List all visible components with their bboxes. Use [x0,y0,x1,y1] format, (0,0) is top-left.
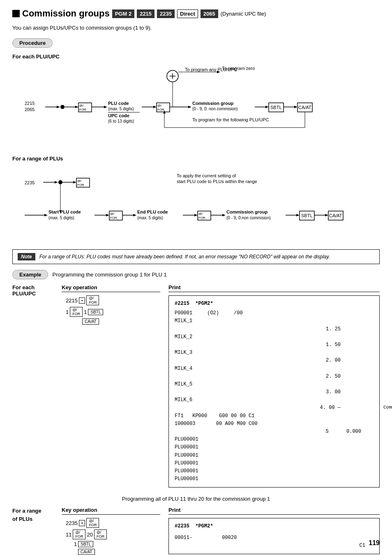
key-op-row-3: CA/AT [66,318,160,325]
key-op-col-1: Key operation 2215 • @/FOR 1 @/FOR 1 SBT… [62,284,160,326]
print-line-milk1: MILK_1 [175,317,374,325]
print-line-milk4: MILK_4 [175,365,374,373]
example-header: Example Programming the commission group… [12,270,380,279]
key-atfor-5: @/FOR [94,529,107,539]
diagram-range-plu: 2235 @/ FOR To apply the current setting… [12,166,380,241]
header-square-icon [12,10,20,17]
print-line-plu2: PLU00001 [175,444,374,451]
print-line-ft1: FT1 KP000 G00 00 00 C1 [175,412,374,420]
svg-marker-74 [194,214,198,216]
diagram-each-plu: To program any PLU/UPC To program zero 2… [12,64,380,147]
svg-text:(0 - 9, 0: non commision): (0 - 9, 0: non commision) [192,107,238,111]
print-line-milk3: MILK_3 [175,349,374,357]
print-line-plu5: PLU00001 [175,467,374,475]
key-atfor-3: @/FOR [86,518,99,528]
svg-text:Commission group: Commission group [192,101,234,106]
note-box: Note For a range of PLUs: PLU codes must… [12,249,380,264]
key-op-row-4: 2235 • @/FOR [66,518,160,528]
for-each-plu-label: For each PLU/UPC [12,284,53,297]
key-op-row-2: 1 @/FOR 1 SBTL [66,307,160,317]
col-label-1: For each PLU/UPC [12,284,53,297]
procedure-label: Procedure [12,38,53,48]
svg-text:PLU code: PLU code [108,101,129,106]
section2-text: Programming all of PLU 11 thru 20 for th… [12,496,380,502]
example-badge: Example [12,270,48,279]
svg-text:FOR: FOR [77,183,84,187]
key-caat-1: CA/AT [82,318,99,325]
print-line-4-00: 4. 00 — Commission [175,404,374,412]
key-11-label: 11 [66,532,71,538]
key-op-col-2: Key operation 2235 • @/FOR 11 @/FOR 20 @… [62,507,160,555]
svg-text:@/: @/ [77,179,82,183]
print-line-c1: C1 [175,542,374,550]
svg-text:@/: @/ [198,212,203,216]
svg-marker-30 [188,106,191,108]
key-1b-label: 1 [84,309,87,315]
svg-text:2235: 2235 [25,180,35,185]
for-each-plu-title: For each PLU/UPC [12,53,380,60]
svg-text:CA/AT: CA/AT [329,213,342,218]
svg-marker-79 [222,214,226,216]
page-title: Commission groups [22,8,110,19]
key-2215-label: 2215 [66,297,78,304]
svg-point-11 [60,105,65,109]
print-line-p00001: P00001 (O2) /00 [175,309,374,317]
key-op-row-1: 2215 • @/FOR [66,295,160,305]
svg-marker-10 [57,106,60,108]
for-range-label: For a rangeof PLUs [12,507,53,523]
print-line-s: S 0.000 [175,428,374,436]
print-col-1: Print #2215 *PGM2* P00001 (O2) /00 MILK_… [168,284,380,488]
print-header-1: Print [168,284,380,292]
svg-point-50 [58,180,62,184]
commission-label: Commission [383,404,392,411]
svg-text:(max. 5 digits): (max. 5 digits) [108,107,134,111]
print-line-1-25: 1. 25 [175,325,374,333]
svg-text:End PLU code: End PLU code [137,209,168,214]
print-line-1000003: 1000003 00 A00 M00 C00 [175,420,374,428]
key-op-row-7: CA/AT [66,549,160,555]
key-2235-label: 2235 [66,520,78,526]
print-line-plu1: PLU00001 [175,436,374,444]
print-box-2: #2235 *PGM2* 00011- 00020 C1 [168,518,380,554]
key-op-row-5: 11 @/FOR 20 @/FOR [66,529,160,539]
svg-text:UPC code: UPC code [108,113,129,118]
svg-text:FOR: FOR [157,108,164,111]
badge-2235: 2235 [157,9,175,18]
badge-pgm2: PGM 2 [112,9,134,18]
key-op-area-2: 2235 • @/FOR 11 @/FOR 20 @/FOR 1 SBTL CA… [62,518,160,555]
svg-text:SBTL: SBTL [301,213,313,218]
print-line-3-00: 3. 00 [175,388,374,396]
example-text: Programming the commission group 1 for P… [52,272,166,278]
svg-marker-18 [104,106,107,108]
for-range-plus-title: For a range of PLUs [12,156,380,162]
svg-text:Commission group: Commission group [226,209,268,214]
svg-marker-49 [55,181,58,183]
print-line-milk5: MILK_5 [175,381,374,388]
body-text: You can assign PLUs/UPCs to commission g… [12,25,380,31]
svg-text:To apply the current setting o: To apply the current setting of [177,173,236,178]
key-sbtl: SBTL [88,309,103,315]
key-op-header-1: Key operation [62,284,160,292]
print-line-00011: 00011- 00020 [175,534,374,542]
svg-text:CA/AT: CA/AT [298,105,311,110]
key-sbtl-2: SBTL [78,541,93,547]
example-section-1: For each PLU/UPC Key operation 2215 • @/… [12,284,380,488]
badge-direct: Direct [177,9,198,18]
svg-marker-87 [325,214,328,216]
svg-text:start PLU code to PLUs within : start PLU code to PLUs within the range [177,179,257,184]
print-line-plu6: PLU00001 [175,475,374,483]
print-line-plu4: PLU00001 [175,460,374,467]
svg-text:(6 to 13 digits): (6 to 13 digits) [108,119,134,123]
print-line-milk6: MILK_6 [175,396,374,404]
page-number: 119 [369,539,380,547]
note-text: For a range of PLUs: PLU codes must have… [39,253,330,260]
svg-text:Start PLU code: Start PLU code [48,209,81,214]
svg-text:@/: @/ [110,212,115,216]
svg-marker-34 [265,106,269,108]
svg-text:(max. 5 digits): (max. 5 digits) [48,216,74,220]
key-op-header-2: Key operation [62,507,160,515]
key-20-label: 20 [87,532,92,538]
svg-text:(0 - 9, 0:non commision): (0 - 9, 0:non commision) [226,216,271,220]
header-subtitle: (Dynamic UPC file) [221,11,266,17]
svg-marker-70 [133,214,136,216]
